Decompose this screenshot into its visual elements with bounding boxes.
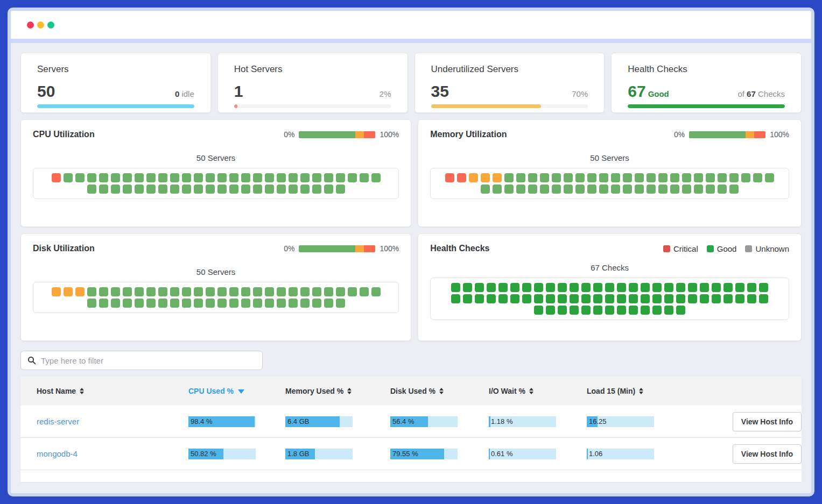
status-cell[interactable] <box>718 173 727 182</box>
status-cell[interactable] <box>206 184 215 194</box>
maximize-window-icon[interactable] <box>47 22 54 29</box>
status-cell[interactable] <box>723 283 733 292</box>
status-cell[interactable] <box>206 287 215 296</box>
status-cell[interactable] <box>765 173 774 182</box>
status-cell[interactable] <box>652 306 662 315</box>
status-cell[interactable] <box>635 184 644 194</box>
status-cell[interactable] <box>289 173 298 182</box>
status-cell[interactable] <box>487 283 496 292</box>
status-cell[interactable] <box>170 287 179 296</box>
status-cell[interactable] <box>229 287 238 296</box>
status-cell[interactable] <box>481 184 490 194</box>
status-cell[interactable] <box>516 173 525 182</box>
status-cell[interactable] <box>712 283 721 292</box>
status-cell[interactable] <box>111 173 120 182</box>
status-cell[interactable] <box>312 173 321 182</box>
status-cell[interactable] <box>182 184 191 194</box>
status-cell[interactable] <box>658 184 668 194</box>
column-header-disk-used-[interactable]: Disk Used % <box>390 387 489 395</box>
status-cell[interactable] <box>658 173 668 182</box>
status-cell[interactable] <box>694 173 703 182</box>
status-cell[interactable] <box>498 294 508 303</box>
status-cell[interactable] <box>360 287 369 296</box>
host-link[interactable]: mongodb-4 <box>37 449 78 458</box>
status-cell[interactable] <box>253 287 262 296</box>
status-cell[interactable] <box>605 306 614 315</box>
status-cell[interactable] <box>581 283 591 292</box>
status-cell[interactable] <box>617 283 626 292</box>
close-window-icon[interactable] <box>27 22 34 29</box>
status-cell[interactable] <box>324 173 333 182</box>
status-cell[interactable] <box>629 294 638 303</box>
status-cell[interactable] <box>182 299 191 308</box>
status-cell[interactable] <box>528 173 537 182</box>
status-cell[interactable] <box>747 294 756 303</box>
status-cell[interactable] <box>265 287 274 296</box>
status-cell[interactable] <box>241 299 250 308</box>
status-cell[interactable] <box>324 299 333 308</box>
status-cell[interactable] <box>552 184 561 194</box>
status-cell[interactable] <box>599 173 608 182</box>
status-cell[interactable] <box>265 173 274 182</box>
status-cell[interactable] <box>348 287 357 296</box>
status-cell[interactable] <box>146 184 156 194</box>
status-cell[interactable] <box>253 173 262 182</box>
status-cell[interactable] <box>99 299 108 308</box>
status-cell[interactable] <box>111 299 120 308</box>
view-host-info-button[interactable]: View Host Info <box>733 444 802 464</box>
status-cell[interactable] <box>647 184 656 194</box>
status-cell[interactable] <box>194 287 203 296</box>
status-cell[interactable] <box>564 184 573 194</box>
status-cell[interactable] <box>587 173 596 182</box>
status-cell[interactable] <box>87 184 96 194</box>
status-cell[interactable] <box>641 283 650 292</box>
status-cell[interactable] <box>493 184 502 194</box>
status-cell[interactable] <box>146 173 156 182</box>
status-cell[interactable] <box>99 173 108 182</box>
status-cell[interactable] <box>52 287 61 296</box>
status-cell[interactable] <box>759 283 768 292</box>
status-cell[interactable] <box>670 173 679 182</box>
status-cell[interactable] <box>593 294 602 303</box>
status-cell[interactable] <box>360 173 369 182</box>
status-cell[interactable] <box>570 283 579 292</box>
status-cell[interactable] <box>217 184 227 194</box>
status-cell[interactable] <box>123 287 132 296</box>
status-cell[interactable] <box>581 294 591 303</box>
column-header-load-15-min-[interactable]: Load 15 (Min) <box>587 387 685 395</box>
status-cell[interactable] <box>300 287 310 296</box>
status-cell[interactable] <box>611 173 620 182</box>
status-cell[interactable] <box>158 287 167 296</box>
status-cell[interactable] <box>546 283 555 292</box>
status-cell[interactable] <box>158 299 167 308</box>
minimize-window-icon[interactable] <box>37 22 44 29</box>
status-cell[interactable] <box>135 173 144 182</box>
status-cell[interactable] <box>546 294 555 303</box>
status-cell[interactable] <box>371 173 381 182</box>
status-cell[interactable] <box>194 184 203 194</box>
status-cell[interactable] <box>516 184 525 194</box>
status-cell[interactable] <box>706 184 715 194</box>
status-cell[interactable] <box>623 173 632 182</box>
status-cell[interactable] <box>647 173 656 182</box>
status-cell[interactable] <box>182 287 191 296</box>
status-cell[interactable] <box>593 283 602 292</box>
status-cell[interactable] <box>170 184 179 194</box>
status-cell[interactable] <box>652 294 662 303</box>
status-cell[interactable] <box>457 173 466 182</box>
status-cell[interactable] <box>540 184 549 194</box>
status-cell[interactable] <box>158 184 167 194</box>
status-cell[interactable] <box>629 306 638 315</box>
status-cell[interactable] <box>64 173 73 182</box>
status-cell[interactable] <box>158 173 167 182</box>
status-cell[interactable] <box>348 173 357 182</box>
status-cell[interactable] <box>641 294 650 303</box>
status-cell[interactable] <box>289 287 298 296</box>
status-cell[interactable] <box>217 299 227 308</box>
status-cell[interactable] <box>605 294 614 303</box>
status-cell[interactable] <box>564 173 573 182</box>
status-cell[interactable] <box>635 173 644 182</box>
status-cell[interactable] <box>605 283 614 292</box>
status-cell[interactable] <box>146 299 156 308</box>
status-cell[interactable] <box>706 173 715 182</box>
